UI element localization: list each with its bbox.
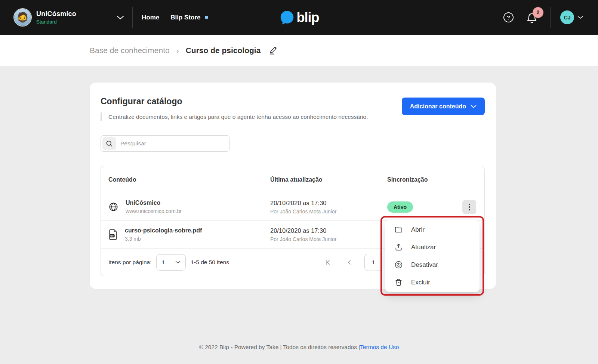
menu-item-open[interactable]: Abrir xyxy=(385,221,480,238)
blip-wordmark: blip xyxy=(297,10,319,25)
globe-icon xyxy=(108,202,118,212)
column-header-updated: Última atualização xyxy=(270,176,387,183)
breadcrumb: Base de conhecimento › Curso de psicolog… xyxy=(0,35,598,66)
content-title: UniCósmico xyxy=(126,200,182,206)
card-subtitle: Centralize documentos, links e artigos p… xyxy=(101,112,368,121)
first-page-button[interactable] xyxy=(323,258,332,266)
pencil-icon xyxy=(269,46,278,55)
pagination-range: 1-5 de 50 itens xyxy=(191,259,229,266)
user-menu[interactable]: CJ xyxy=(560,10,583,24)
folder-icon xyxy=(394,225,403,234)
power-icon xyxy=(394,260,403,269)
items-per-page-label: Itens por página: xyxy=(108,259,151,266)
chevron-down-icon xyxy=(117,15,124,20)
first-page-icon xyxy=(323,258,332,266)
chevron-down-icon xyxy=(175,260,181,264)
chevron-down-icon xyxy=(471,105,477,108)
column-header-sync: Sincronização xyxy=(387,176,477,183)
edit-title-button[interactable] xyxy=(269,46,278,55)
chevron-down-icon xyxy=(577,16,583,19)
header-divider xyxy=(132,7,133,28)
help-icon[interactable]: ? xyxy=(503,12,514,22)
row-actions-button[interactable] xyxy=(462,200,476,214)
updated-by: Por João Carlos Mota Junior xyxy=(270,236,387,242)
terms-link[interactable]: Termos de Uso xyxy=(360,344,399,350)
footer-text: © 2022 Blip - Powered by Take | Todos os… xyxy=(199,344,360,350)
header-divider xyxy=(550,7,551,28)
updated-at: 20/10/2020 as 17:30 xyxy=(270,200,387,207)
org-avatar: 🧔 xyxy=(14,9,31,26)
store-notification-dot xyxy=(205,16,208,19)
upload-icon xyxy=(394,243,403,252)
notifications-button[interactable]: 2 xyxy=(526,10,539,25)
page-title: Curso de psicologia xyxy=(186,46,261,55)
main-nav: Home Blip Store xyxy=(142,14,208,21)
org-switcher[interactable]: 🧔 UniCósmico Standard xyxy=(0,9,124,26)
row-actions-menu: Abrir Atualizar Desativar Excluir xyxy=(385,220,480,292)
search-icon xyxy=(102,137,116,150)
svg-text:PDF: PDF xyxy=(110,235,114,237)
items-per-page-select[interactable]: 1 xyxy=(156,254,186,271)
chevron-left-icon xyxy=(346,259,353,266)
menu-item-delete[interactable]: Excluir xyxy=(385,274,480,291)
blip-bubble-icon xyxy=(279,10,295,25)
table-row[interactable]: UniCósmico www.unicosmico.com.br 20/10/2… xyxy=(101,193,484,220)
previous-page-button[interactable] xyxy=(346,259,353,266)
add-content-button[interactable]: Adicionar conteúdo xyxy=(402,98,485,115)
updated-at: 20/10/2020 as 17:30 xyxy=(270,227,387,234)
org-name: UniCósmico xyxy=(36,10,76,18)
menu-item-deactivate[interactable]: Desativar xyxy=(385,256,480,274)
breadcrumb-parent-link[interactable]: Base de conhecimento xyxy=(90,46,170,55)
content-size: 3.3 mb xyxy=(125,236,202,242)
card-title: Configurar catálogo xyxy=(101,96,368,107)
nav-home[interactable]: Home xyxy=(142,14,159,21)
content-title: curso-psicologia-sobre.pdf xyxy=(125,227,202,234)
nav-blip-store[interactable]: Blip Store xyxy=(170,14,208,21)
org-plan-badge: Standard xyxy=(36,19,76,25)
page-body: Configurar catálogo Centralize documento… xyxy=(0,66,598,364)
trash-icon xyxy=(394,278,403,287)
notification-badge: 2 xyxy=(533,7,543,18)
column-header-content: Conteúdo xyxy=(108,176,270,183)
updated-by: Por João Carlos Mota Junior xyxy=(270,209,387,215)
blip-logo: blip xyxy=(279,10,319,25)
user-avatar: CJ xyxy=(560,10,574,24)
content-url: www.unicosmico.com.br xyxy=(126,208,182,214)
table-header: Conteúdo Última atualização Sincronizaçã… xyxy=(101,166,484,193)
footer: © 2022 Blip - Powered by Take | Todos os… xyxy=(0,344,598,364)
breadcrumb-separator: › xyxy=(176,46,179,55)
menu-item-update[interactable]: Atualizar xyxy=(385,238,480,256)
search-input[interactable] xyxy=(120,140,228,147)
status-badge: Ativo xyxy=(387,201,413,213)
current-page-indicator[interactable]: 1 xyxy=(364,254,382,271)
search-field[interactable] xyxy=(101,135,230,152)
top-bar: 🧔 UniCósmico Standard Home Blip Store bl… xyxy=(0,0,598,35)
pdf-icon: PDF xyxy=(108,229,118,240)
